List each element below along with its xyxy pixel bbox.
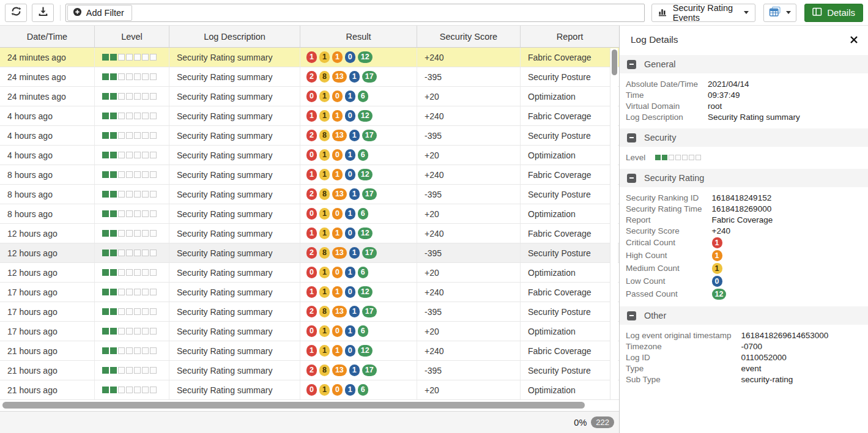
add-filter-button[interactable]: Add Filter: [67, 5, 132, 21]
high-count-badge: 13: [332, 365, 347, 376]
level-square: [118, 289, 125, 295]
cell-log-description: Security Rating summary: [169, 361, 300, 380]
critical-count-badge: 2: [306, 306, 317, 317]
table-row[interactable]: 24 minutes agoSecurity Rating summary281…: [0, 67, 619, 87]
cell-result: 01016: [300, 87, 417, 106]
field-value: 1618418249152: [712, 192, 773, 203]
level-square: [126, 308, 133, 315]
critical-count-badge: 2: [306, 188, 317, 200]
section-header-security-rating[interactable]: Security Rating: [620, 169, 868, 187]
field-row: Level: [620, 152, 702, 163]
column-header-security-score[interactable]: Security Score: [417, 26, 521, 47]
table-row[interactable]: 8 hours agoSecurity Rating summary01016+…: [0, 204, 619, 224]
table-row[interactable]: 21 hours agoSecurity Rating summary28131…: [0, 361, 619, 380]
medium-count-badge: 8: [319, 365, 330, 376]
level-square: [110, 230, 117, 237]
refresh-button[interactable]: [5, 4, 27, 22]
level-square: [126, 191, 133, 198]
table-row[interactable]: 12 hours agoSecurity Rating summary01016…: [0, 263, 619, 283]
cell-level: [95, 106, 169, 125]
table-row[interactable]: 21 hours agoSecurity Rating summary11101…: [0, 341, 619, 361]
column-header-log-description[interactable]: Log Description: [169, 26, 300, 47]
cell-level: [95, 224, 169, 243]
field-row: Log event original timestamp161841826961…: [620, 330, 828, 341]
low-count-badge: 0: [345, 286, 355, 298]
column-header-date-time[interactable]: Date/Time: [0, 26, 95, 47]
column-header-level[interactable]: Level: [95, 26, 169, 47]
field-label: Medium Count: [620, 262, 712, 275]
critical-count-badge: 1: [306, 286, 317, 298]
cell-datetime: 12 hours ago: [0, 263, 95, 282]
table-row[interactable]: 12 hours agoSecurity Rating summary28131…: [0, 243, 619, 263]
level-square: [150, 73, 157, 80]
section-title: Security: [644, 133, 676, 142]
vertical-scrollbar-thumb[interactable]: [612, 50, 617, 75]
cell-result: 111012: [300, 106, 417, 125]
low-count-badge: 0: [345, 169, 355, 180]
high-count-badge: 1: [332, 345, 343, 357]
chevron-down-icon: [786, 11, 791, 14]
level-square: [110, 54, 117, 61]
level-square: [110, 269, 117, 276]
level-square: [126, 113, 133, 119]
level-square: [102, 347, 109, 354]
level-square: [102, 171, 109, 178]
cell-security-score: -395: [417, 126, 521, 145]
cell-level: [95, 263, 169, 282]
details-button[interactable]: Details: [804, 4, 863, 22]
horizontal-scrollbar-thumb[interactable]: [2, 402, 585, 409]
high-count-badge: 1: [332, 169, 343, 180]
medium-count-badge: 1: [319, 286, 330, 298]
table-row[interactable]: 24 minutes agoSecurity Rating summary010…: [0, 87, 619, 106]
column-header-result[interactable]: Result: [300, 26, 417, 47]
level-indicator: [102, 289, 158, 295]
level-square: [150, 152, 157, 158]
level-square: [102, 230, 109, 237]
field-row: Sub Typesecurity-rating: [620, 374, 828, 385]
field-row: Virtual Domainroot: [620, 100, 800, 111]
table-row[interactable]: 17 hours agoSecurity Rating summary01016…: [0, 322, 619, 341]
field-label: Level: [620, 152, 655, 163]
vertical-scrollbar[interactable]: [610, 48, 618, 399]
table-row[interactable]: 21 hours agoSecurity Rating summary01016…: [0, 380, 619, 400]
table-header-row: Date/TimeLevelLog DescriptionResultSecur…: [0, 26, 619, 48]
low-count-badge: 1: [349, 306, 360, 317]
collapse-icon: [627, 174, 636, 183]
table-row[interactable]: 4 hours agoSecurity Rating summary111012…: [0, 106, 619, 126]
level-square: [126, 210, 133, 217]
cell-level: [95, 48, 169, 67]
critical-count-badge: 0: [306, 384, 317, 396]
table-row[interactable]: 8 hours agoSecurity Rating summary111012…: [0, 165, 619, 185]
section-header-other[interactable]: Other: [620, 306, 868, 325]
section-header-general[interactable]: General: [620, 55, 868, 73]
cell-datetime: 21 hours ago: [0, 341, 95, 360]
table-row[interactable]: 8 hours agoSecurity Rating summary281311…: [0, 185, 619, 204]
table-row[interactable]: 12 hours agoSecurity Rating summary11101…: [0, 224, 619, 243]
table-row[interactable]: 17 hours agoSecurity Rating summary11101…: [0, 283, 619, 302]
cell-level: [95, 126, 169, 145]
layout-dropdown-button[interactable]: [763, 4, 796, 22]
column-header-report[interactable]: Report: [521, 26, 619, 47]
horizontal-scrollbar[interactable]: [0, 400, 619, 411]
level-square: [150, 347, 157, 354]
table-row[interactable]: 4 hours agoSecurity Rating summary281311…: [0, 126, 619, 146]
low-count-badge: 1: [345, 91, 355, 102]
level-square: [142, 152, 149, 158]
table-row[interactable]: 17 hours agoSecurity Rating summary28131…: [0, 302, 619, 322]
cell-datetime: 12 hours ago: [0, 224, 95, 243]
table-row[interactable]: 4 hours agoSecurity Rating summary01016+…: [0, 146, 619, 165]
cell-security-score: +20: [417, 87, 521, 106]
cell-datetime: 12 hours ago: [0, 243, 95, 262]
download-button[interactable]: [32, 4, 54, 22]
level-square: [110, 73, 117, 80]
medium-count-badge: 1: [319, 384, 330, 396]
section-fields: Log event original timestamp161841826961…: [620, 330, 828, 385]
section-header-security[interactable]: Security: [620, 128, 868, 147]
close-icon[interactable]: [850, 35, 858, 44]
filter-bar[interactable]: Add Filter: [65, 4, 645, 22]
cell-level: [95, 243, 169, 262]
table-row[interactable]: 24 minutes agoSecurity Rating summary111…: [0, 48, 619, 67]
status-bar: 0% 222: [0, 411, 619, 433]
view-selector-button[interactable]: Security Rating Events: [651, 4, 755, 22]
high-count-badge: 13: [332, 306, 347, 317]
